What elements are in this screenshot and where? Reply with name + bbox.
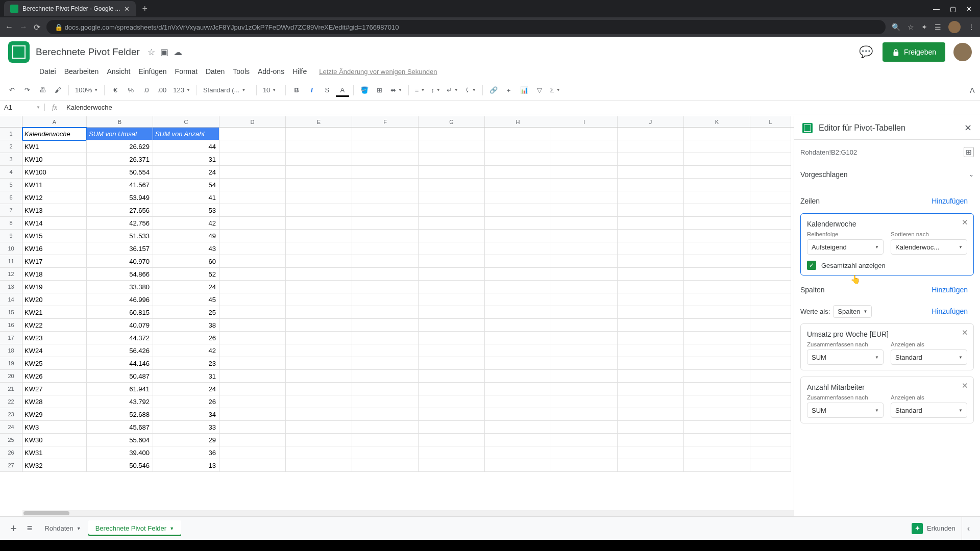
row-header[interactable]: 3 — [0, 153, 22, 166]
number-format-select[interactable]: 123▼ — [171, 85, 192, 95]
cell-empty[interactable] — [286, 268, 352, 281]
undo-icon[interactable]: ↶ — [5, 84, 18, 97]
cell-empty[interactable] — [286, 179, 352, 191]
cell-empty[interactable] — [684, 140, 750, 153]
cell-b27[interactable]: 50.546 — [87, 459, 153, 472]
column-header-B[interactable]: B — [87, 116, 153, 127]
spreadsheet-grid[interactable]: ABCDEFGHIJKL 1KalenderwocheSUM von Umsat… — [0, 116, 794, 516]
cell-b14[interactable]: 46.996 — [87, 293, 153, 306]
column-header-C[interactable]: C — [153, 116, 219, 127]
font-size-select[interactable]: 10▼ — [261, 85, 281, 95]
column-header-I[interactable]: I — [551, 116, 618, 127]
cell-empty[interactable] — [352, 128, 419, 140]
cell-empty[interactable] — [684, 319, 750, 332]
close-window-icon[interactable]: ✕ — [966, 5, 972, 13]
cell-c22[interactable]: 26 — [153, 395, 219, 408]
cell-empty[interactable] — [286, 242, 352, 255]
decrease-decimal-icon[interactable]: .0 — [139, 84, 153, 97]
cell-c5[interactable]: 54 — [153, 179, 219, 191]
cell-c24[interactable]: 33 — [153, 421, 219, 434]
cell-empty[interactable] — [219, 319, 286, 332]
new-tab-button[interactable]: + — [142, 4, 148, 14]
move-doc-icon[interactable]: ▣ — [160, 47, 168, 58]
column-header-G[interactable]: G — [419, 116, 485, 127]
cell-empty[interactable] — [551, 421, 618, 434]
cell-empty[interactable] — [419, 179, 485, 191]
row-header[interactable]: 2 — [0, 140, 22, 153]
cell-empty[interactable] — [750, 230, 791, 242]
cell-a22[interactable]: KW28 — [22, 395, 87, 408]
column-header-L[interactable]: L — [750, 116, 791, 127]
last-edit-text[interactable]: Letzte Änderung vor wenigen Sekunden — [315, 66, 440, 78]
cell-empty[interactable] — [286, 306, 352, 319]
cell-empty[interactable] — [684, 344, 750, 357]
account-avatar[interactable] — [953, 43, 972, 61]
cell-empty[interactable] — [352, 306, 419, 319]
cell-empty[interactable] — [551, 128, 618, 140]
cell-empty[interactable] — [750, 281, 791, 293]
cell-empty[interactable] — [485, 344, 551, 357]
cell-empty[interactable] — [352, 255, 419, 268]
cell-empty[interactable] — [485, 242, 551, 255]
cell-empty[interactable] — [352, 242, 419, 255]
remove-value1-icon[interactable]: ✕ — [962, 328, 968, 337]
cell-a14[interactable]: KW20 — [22, 293, 87, 306]
cell-empty[interactable] — [419, 306, 485, 319]
cell-a27[interactable]: KW32 — [22, 459, 87, 472]
cell-empty[interactable] — [684, 370, 750, 383]
cell-empty[interactable] — [684, 179, 750, 191]
document-title[interactable]: Berechnete Pivot Felder — [36, 46, 140, 58]
cell-empty[interactable] — [684, 191, 750, 204]
wrap-icon[interactable]: ↵▼ — [445, 85, 460, 95]
cell-empty[interactable] — [286, 319, 352, 332]
cell-empty[interactable] — [618, 204, 684, 217]
cell-empty[interactable] — [684, 281, 750, 293]
close-panel-icon[interactable]: ✕ — [964, 122, 972, 134]
url-input[interactable]: 🔒 docs.google.com/spreadsheets/d/1nVxVrV… — [46, 20, 886, 34]
cell-empty[interactable] — [684, 217, 750, 230]
cell-empty[interactable] — [485, 230, 551, 242]
cell-empty[interactable] — [684, 306, 750, 319]
cell-empty[interactable] — [352, 332, 419, 344]
redo-icon[interactable]: ↷ — [20, 84, 34, 97]
cell-empty[interactable] — [684, 408, 750, 421]
cell-empty[interactable] — [352, 217, 419, 230]
cell-empty[interactable] — [618, 395, 684, 408]
formula-input[interactable]: Kalenderwoche — [64, 104, 112, 111]
side-panel-toggle[interactable]: ‹ — [962, 517, 975, 540]
row-header[interactable]: 1 — [0, 128, 22, 140]
add-value-button[interactable]: Hinzufügen — [925, 303, 974, 319]
cell-empty[interactable] — [286, 140, 352, 153]
cell-empty[interactable] — [618, 357, 684, 370]
cell-empty[interactable] — [750, 395, 791, 408]
cell-empty[interactable] — [419, 255, 485, 268]
cell-b24[interactable]: 45.687 — [87, 421, 153, 434]
cell-c11[interactable]: 60 — [153, 255, 219, 268]
row-header[interactable]: 24 — [0, 421, 22, 434]
cell-c17[interactable]: 26 — [153, 332, 219, 344]
cell-empty[interactable] — [286, 293, 352, 306]
cell-empty[interactable] — [419, 204, 485, 217]
all-sheets-button[interactable]: ≡ — [22, 523, 38, 534]
row-header[interactable]: 10 — [0, 242, 22, 255]
browser-tab[interactable]: Berechnete Pivot Felder - Google ... ✕ — [4, 1, 136, 16]
cell-empty[interactable] — [750, 166, 791, 179]
cell-a15[interactable]: KW21 — [22, 306, 87, 319]
cell-b16[interactable]: 40.079 — [87, 319, 153, 332]
cell-empty[interactable] — [684, 293, 750, 306]
cell-empty[interactable] — [419, 293, 485, 306]
cell-a24[interactable]: KW3 — [22, 421, 87, 434]
zoom-select[interactable]: 100%▼ — [73, 85, 100, 95]
close-tab-icon[interactable]: ✕ — [124, 5, 130, 13]
cell-empty[interactable] — [485, 179, 551, 191]
cell-empty[interactable] — [219, 293, 286, 306]
name-box[interactable]: A1 ▼ — [0, 104, 45, 111]
cell-b9[interactable]: 51.533 — [87, 230, 153, 242]
cell-empty[interactable] — [485, 421, 551, 434]
cell-empty[interactable] — [750, 153, 791, 166]
row-header[interactable]: 9 — [0, 230, 22, 242]
row-header[interactable]: 27 — [0, 459, 22, 472]
cell-empty[interactable] — [352, 293, 419, 306]
cell-empty[interactable] — [551, 268, 618, 281]
cell-empty[interactable] — [419, 140, 485, 153]
